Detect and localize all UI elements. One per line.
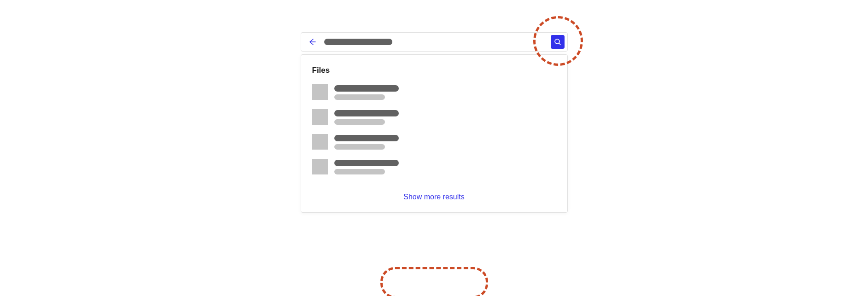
file-subtitle bbox=[334, 119, 385, 125]
search-icon bbox=[554, 38, 561, 46]
file-title bbox=[334, 85, 399, 92]
file-info bbox=[334, 84, 399, 100]
results-panel: Files bbox=[301, 54, 568, 213]
file-subtitle bbox=[334, 169, 385, 174]
search-input[interactable] bbox=[324, 39, 392, 45]
search-button[interactable] bbox=[551, 35, 565, 49]
file-subtitle bbox=[334, 144, 385, 150]
file-info bbox=[334, 134, 399, 150]
show-more-link[interactable]: Show more results bbox=[403, 193, 465, 201]
back-arrow-icon[interactable] bbox=[308, 37, 317, 46]
list-item[interactable] bbox=[312, 159, 556, 174]
file-thumb-icon bbox=[312, 159, 328, 174]
file-info bbox=[334, 109, 399, 125]
file-thumb-icon bbox=[312, 109, 328, 125]
list-item[interactable] bbox=[312, 134, 556, 150]
file-title bbox=[334, 110, 399, 116]
file-list bbox=[312, 84, 556, 174]
file-title bbox=[334, 160, 399, 166]
list-item[interactable] bbox=[312, 84, 556, 100]
list-item[interactable] bbox=[312, 109, 556, 125]
show-more-container: Show more results bbox=[312, 189, 556, 201]
file-subtitle bbox=[334, 94, 385, 100]
highlight-annotation bbox=[380, 267, 488, 296]
file-thumb-icon bbox=[312, 134, 328, 150]
section-title: Files bbox=[312, 66, 556, 75]
svg-line-1 bbox=[559, 43, 560, 45]
file-info bbox=[334, 159, 399, 174]
search-container: Files bbox=[301, 32, 568, 296]
file-title bbox=[334, 135, 399, 141]
file-thumb-icon bbox=[312, 84, 328, 100]
search-bar bbox=[301, 32, 568, 52]
